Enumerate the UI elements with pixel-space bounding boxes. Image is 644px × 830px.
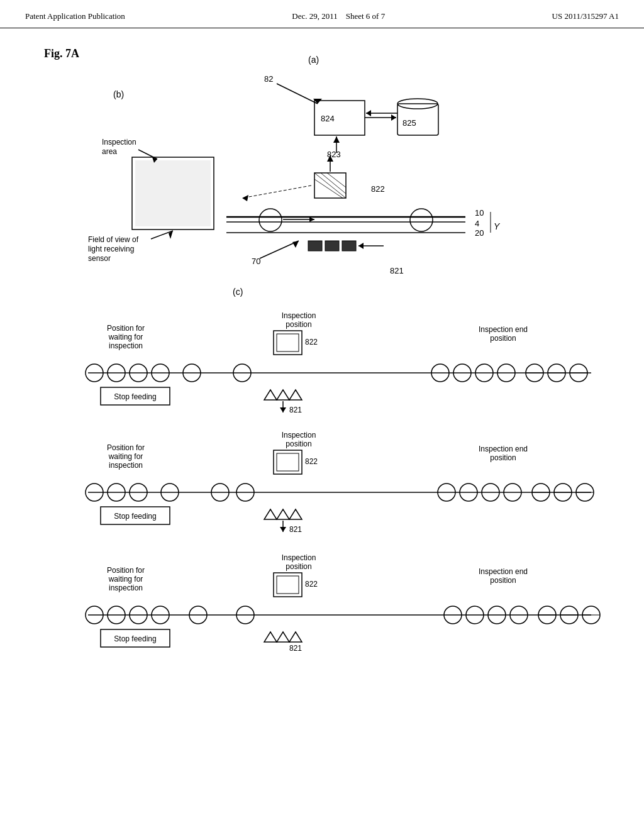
- svg-marker-87: [289, 390, 302, 400]
- svg-point-33: [410, 209, 433, 231]
- svg-text:Inspection: Inspection: [282, 431, 316, 440]
- svg-text:Stop feeding: Stop feeding: [114, 634, 156, 643]
- svg-text:inspection: inspection: [109, 584, 143, 592]
- svg-text:position: position: [490, 576, 516, 585]
- svg-text:Field of view of: Field of view of: [88, 235, 139, 244]
- svg-text:Inspection: Inspection: [102, 138, 136, 147]
- svg-rect-93: [274, 450, 302, 474]
- svg-rect-128: [274, 573, 302, 597]
- svg-text:waiting for: waiting for: [108, 333, 143, 341]
- svg-text:Inspection end: Inspection end: [479, 567, 528, 576]
- svg-line-37: [260, 241, 299, 258]
- svg-text:Stop feeding: Stop feeding: [114, 392, 156, 401]
- section-a-label: (a): [308, 55, 319, 65]
- svg-point-32: [259, 209, 282, 231]
- svg-text:10: 10: [475, 208, 484, 218]
- section-c-label: (c): [233, 287, 243, 297]
- svg-text:821: 821: [390, 266, 404, 275]
- svg-text:825: 825: [402, 118, 416, 128]
- svg-rect-46: [135, 160, 211, 226]
- svg-marker-157: [289, 632, 302, 642]
- svg-marker-86: [277, 390, 289, 400]
- main-content: Fig. 7A (a) (b) 82 824 825 823 822: [0, 28, 644, 668]
- svg-text:Stop feeding: Stop feeding: [114, 512, 156, 521]
- svg-marker-23: [242, 195, 248, 201]
- header-center: Dec. 29, 2011 Sheet 6 of 7: [292, 11, 385, 21]
- svg-rect-94: [277, 453, 299, 471]
- svg-text:waiting for: waiting for: [108, 575, 143, 584]
- svg-marker-122: [289, 509, 302, 519]
- conveyor-row-1: Inspection position 822 Inspection end p…: [75, 307, 616, 420]
- svg-text:Inspection end: Inspection end: [479, 325, 528, 334]
- svg-marker-89: [280, 407, 286, 412]
- svg-rect-129: [277, 576, 299, 594]
- svg-marker-120: [264, 509, 277, 519]
- header-right: US 2011/315297 A1: [552, 11, 619, 21]
- svg-text:Position for: Position for: [107, 324, 145, 333]
- svg-text:position: position: [286, 320, 311, 329]
- svg-line-17: [321, 173, 346, 194]
- svg-text:Inspection: Inspection: [282, 311, 316, 320]
- svg-line-0: [277, 84, 318, 104]
- svg-text:position: position: [286, 562, 311, 571]
- svg-rect-40: [308, 241, 322, 251]
- svg-text:position: position: [490, 334, 516, 343]
- svg-text:70: 70: [252, 257, 260, 266]
- svg-text:light receiving: light receiving: [88, 245, 134, 253]
- svg-rect-42: [342, 241, 356, 251]
- svg-marker-124: [280, 527, 286, 532]
- svg-text:inspection: inspection: [109, 341, 143, 350]
- svg-text:822: 822: [305, 338, 318, 346]
- svg-text:Inspection: Inspection: [282, 553, 316, 562]
- svg-text:4: 4: [475, 219, 479, 228]
- svg-text:Y: Y: [494, 221, 501, 231]
- svg-line-16: [314, 173, 346, 198]
- svg-text:waiting for: waiting for: [108, 452, 143, 461]
- svg-marker-121: [277, 509, 289, 519]
- svg-text:position: position: [490, 453, 516, 462]
- label-82: 82: [264, 74, 273, 84]
- page-header: Patent Application Publication Dec. 29, …: [0, 0, 644, 28]
- header-left: Patent Application Publication: [25, 11, 125, 21]
- svg-text:822: 822: [305, 457, 318, 466]
- svg-text:Position for: Position for: [107, 443, 145, 452]
- svg-text:822: 822: [305, 580, 318, 589]
- section-a-diagram: (a) (b) 82 824 825 823 822: [75, 47, 641, 292]
- svg-text:20: 20: [475, 228, 484, 238]
- conveyor-row-2: Inspection position 822 Inspection end p…: [75, 426, 616, 543]
- svg-marker-44: [358, 243, 364, 249]
- svg-marker-156: [277, 632, 289, 642]
- figure-label: Fig. 7A: [44, 47, 79, 60]
- svg-marker-13: [333, 136, 340, 143]
- svg-marker-155: [264, 632, 277, 642]
- svg-marker-10: [366, 110, 371, 116]
- svg-text:position: position: [286, 440, 311, 448]
- conveyor-row-3: Inspection position 822 Inspection end p…: [75, 549, 616, 656]
- svg-rect-41: [325, 241, 339, 251]
- svg-text:inspection: inspection: [109, 461, 143, 470]
- svg-marker-38: [292, 241, 299, 248]
- svg-text:821: 821: [289, 644, 302, 653]
- svg-text:Position for: Position for: [107, 566, 145, 575]
- svg-marker-85: [264, 390, 277, 400]
- svg-line-22: [242, 185, 311, 198]
- svg-text:824: 824: [321, 114, 335, 123]
- svg-text:822: 822: [371, 184, 385, 194]
- svg-rect-58: [274, 331, 302, 355]
- svg-line-18: [314, 179, 343, 198]
- svg-text:Inspection end: Inspection end: [479, 445, 528, 453]
- svg-text:sensor: sensor: [88, 254, 111, 263]
- svg-text:821: 821: [289, 406, 302, 414]
- svg-rect-59: [277, 334, 299, 351]
- svg-text:821: 821: [289, 525, 302, 534]
- svg-text:area: area: [102, 147, 117, 156]
- svg-marker-5: [391, 114, 396, 121]
- section-b-label: (b): [113, 89, 124, 99]
